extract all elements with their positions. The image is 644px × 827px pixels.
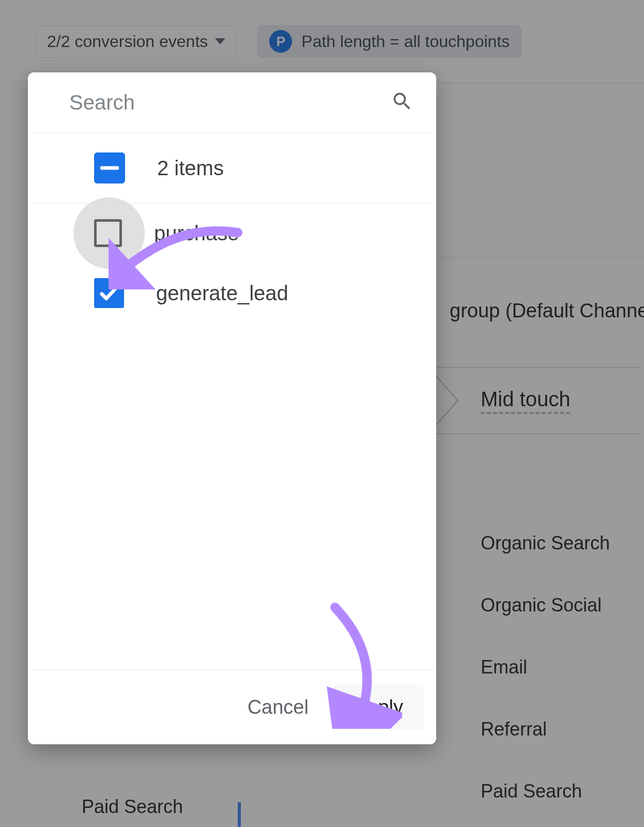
checkbox-checked-icon[interactable] [94, 278, 124, 308]
checkbox-unchecked-icon[interactable] [94, 219, 122, 247]
select-all-row[interactable]: 2 items [28, 133, 436, 204]
conversion-events-popover: 2 items purchase generate_lead Cancel Ap… [28, 72, 436, 744]
event-row-generate-lead[interactable]: generate_lead [28, 263, 436, 324]
summary-label: 2 items [157, 157, 224, 180]
popover-footer: Cancel Apply [28, 670, 436, 744]
event-label: generate_lead [156, 282, 288, 305]
indeterminate-checkbox-icon[interactable] [94, 152, 125, 183]
event-row-purchase[interactable]: purchase [28, 204, 436, 263]
apply-button[interactable]: Apply [333, 685, 424, 730]
search-icon[interactable] [391, 90, 413, 115]
cancel-button[interactable]: Cancel [227, 685, 329, 730]
event-list: purchase generate_lead [28, 204, 436, 670]
search-row [28, 72, 436, 133]
search-input[interactable] [69, 91, 391, 114]
event-label: purchase [154, 222, 239, 245]
